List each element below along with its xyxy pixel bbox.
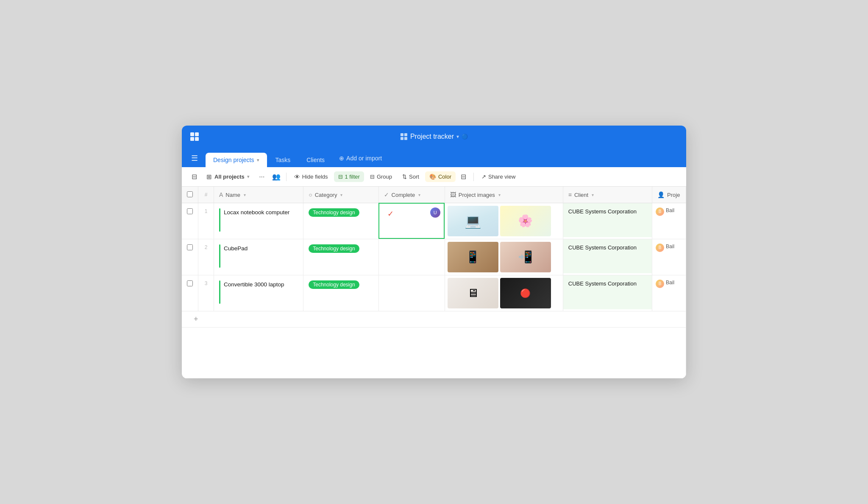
row1-client-name: CUBE Systems Corporation — [568, 208, 637, 215]
row1-avatar: U — [430, 207, 440, 218]
category-col-dropdown[interactable]: ▾ — [340, 193, 342, 197]
people-button[interactable]: 👥 — [270, 171, 283, 183]
view-selector[interactable]: ⊞ All projects ▾ — [202, 171, 254, 183]
title-dropdown-icon[interactable]: ▾ — [456, 134, 459, 140]
checkbox-header[interactable] — [182, 187, 198, 203]
row2-client-cell[interactable]: CUBE Systems Corporation — [563, 239, 652, 275]
complete-col-label: Complete — [392, 192, 415, 198]
row2-project-cell[interactable]: B Bail — [652, 239, 686, 275]
tab-tasks[interactable]: Tasks — [268, 153, 298, 167]
display-button[interactable]: ⊟ — [457, 171, 470, 183]
row1-checkbox-cell[interactable] — [182, 203, 198, 239]
toolbar-separator-2 — [473, 173, 474, 181]
filter-button[interactable]: ⊟ 1 filter — [334, 171, 364, 182]
color-label: Color — [438, 174, 451, 180]
category-col-label: Category — [315, 192, 337, 198]
color-icon: 🎨 — [429, 174, 436, 180]
row1-category-cell[interactable]: Technology design — [303, 203, 378, 239]
complete-col-dropdown[interactable]: ▾ — [418, 193, 420, 197]
row2-category-tag[interactable]: Technology design — [309, 244, 359, 253]
table-row: 3 Convertible 3000 laptop Technology des… — [182, 275, 686, 311]
row3-complete-cell[interactable] — [378, 275, 445, 311]
share-view-button[interactable]: ↗ Share view — [477, 171, 520, 182]
images-col-dropdown[interactable]: ▾ — [498, 193, 501, 197]
row1-name: Locax notebook computer — [224, 208, 289, 216]
add-row[interactable]: + — [182, 311, 686, 327]
row2-checkbox-cell[interactable] — [182, 239, 198, 275]
view-grid-icon: ⊞ — [206, 173, 212, 181]
window-title: Project tracker — [410, 133, 454, 140]
share-icon: ↗ — [481, 174, 486, 180]
row1-color-bar — [219, 208, 220, 232]
row2-name-cell[interactable]: CubePad — [214, 239, 303, 275]
people-icon: 👥 — [272, 173, 281, 181]
proj-col-icon: 👤 — [657, 191, 665, 198]
add-or-import-btn[interactable]: ⊕ Add or import — [333, 151, 388, 165]
tab-design-projects[interactable]: Design projects ▾ — [206, 153, 267, 167]
row3-checkbox[interactable] — [187, 280, 193, 286]
svg-rect-3 — [195, 137, 199, 141]
row1-checkbox[interactable] — [187, 208, 193, 214]
row1-complete-cell[interactable]: ✓ U — [378, 203, 445, 239]
row1-images-cell[interactable] — [445, 203, 563, 239]
menu-button[interactable]: ☰ — [187, 151, 202, 165]
row1-category-tag[interactable]: Technology design — [309, 208, 359, 217]
svg-rect-2 — [190, 137, 194, 141]
table-row: 1 Locax notebook computer Technology des… — [182, 203, 686, 239]
panel-toggle-button[interactable]: ⊟ — [188, 171, 200, 183]
row2-image-1 — [448, 242, 498, 272]
sort-label: Sort — [409, 174, 419, 180]
row2-checkbox[interactable] — [187, 244, 193, 250]
row3-category-cell[interactable]: Technology design — [303, 275, 378, 311]
project-column-header[interactable]: 👤 Proje — [652, 187, 686, 203]
sort-button[interactable]: ⇅ Sort — [398, 171, 423, 182]
hide-fields-button[interactable]: 👁 Hide fields — [290, 171, 332, 182]
complete-col-icon: ✓ — [384, 191, 389, 198]
filter-icon: ⊟ — [338, 174, 343, 180]
svg-rect-7 — [404, 137, 407, 140]
row2-images-cell[interactable] — [445, 239, 563, 275]
svg-rect-0 — [190, 132, 194, 136]
name-col-icon: A — [219, 191, 223, 198]
svg-rect-5 — [404, 133, 407, 136]
row2-complete-cell[interactable] — [378, 239, 445, 275]
svg-rect-1 — [195, 132, 199, 136]
title-bar: Project tracker ▾ 🔵 — [182, 126, 686, 148]
row2-proj-label: Bail — [666, 244, 674, 249]
row3-checkbox-cell[interactable] — [182, 275, 198, 311]
client-column-header[interactable]: ≡ Client ▾ — [563, 187, 652, 203]
row3-name-cell[interactable]: Convertible 3000 laptop — [214, 275, 303, 311]
row1-num: 1 — [198, 203, 214, 239]
row3-client-cell[interactable]: CUBE Systems Corporation — [563, 275, 652, 311]
row2-image-2 — [500, 242, 551, 272]
row3-project-cell[interactable]: B Bail — [652, 275, 686, 311]
row1-image-1 — [448, 206, 498, 236]
category-column-header[interactable]: ○ Category ▾ — [303, 187, 378, 203]
name-column-header[interactable]: A Name ▾ — [214, 187, 303, 203]
add-row-icon[interactable]: + — [188, 315, 198, 323]
images-column-header[interactable]: 🖼 Project images ▾ — [445, 187, 563, 203]
row3-category-tag[interactable]: Technology design — [309, 280, 359, 289]
row1-proj-label: Bail — [666, 207, 674, 213]
select-all-checkbox[interactable] — [187, 191, 193, 197]
tab-clients[interactable]: Clients — [299, 153, 332, 167]
row3-images-cell[interactable] — [445, 275, 563, 311]
row3-num: 3 — [198, 275, 214, 311]
complete-column-header[interactable]: ✓ Complete ▾ — [378, 187, 445, 203]
tab-bar: ☰ Design projects ▾ Tasks Clients ⊕ Add … — [182, 148, 686, 167]
row3-name: Convertible 3000 laptop — [224, 280, 284, 288]
group-button[interactable]: ⊟ Group — [366, 171, 396, 182]
toolbar-separator — [286, 173, 287, 181]
row2-category-cell[interactable]: Technology design — [303, 239, 378, 275]
name-col-dropdown[interactable]: ▾ — [244, 193, 246, 197]
tab-design-projects-label: Design projects — [213, 157, 254, 163]
more-options-button[interactable]: ··· — [256, 171, 268, 183]
row3-proj-avatar: B — [656, 280, 664, 288]
svg-rect-6 — [401, 137, 403, 140]
row1-client-cell[interactable]: CUBE Systems Corporation — [563, 203, 652, 239]
row1-proj-avatar: B — [656, 207, 664, 216]
row1-project-cell[interactable]: B Bail — [652, 203, 686, 239]
client-col-dropdown[interactable]: ▾ — [592, 193, 594, 197]
color-button[interactable]: 🎨 Color — [425, 171, 456, 182]
row1-name-cell[interactable]: Locax notebook computer — [214, 203, 303, 239]
